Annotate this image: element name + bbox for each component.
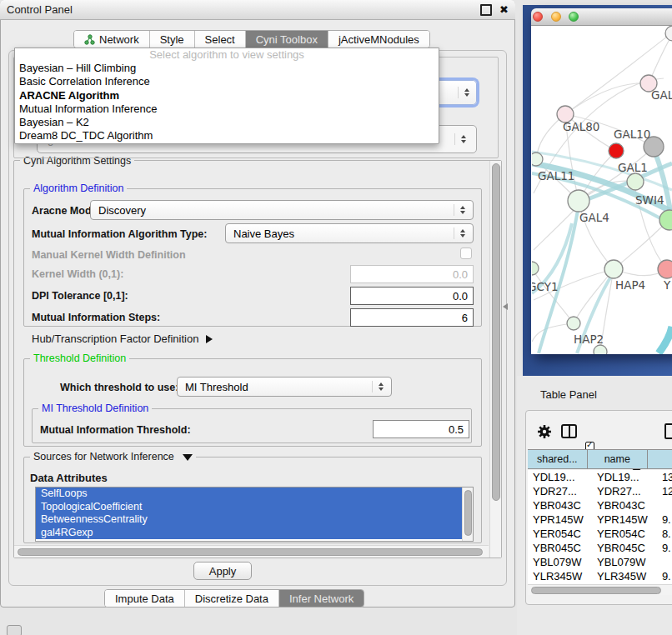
mi-threshold-field[interactable]: 0.5 [373, 420, 469, 438]
float-window-icon[interactable] [480, 4, 492, 16]
table-cell: YPR145W [528, 512, 592, 527]
data-attribute-item[interactable]: BetweennessCentrality [36, 513, 469, 527]
apply-button[interactable]: Apply [193, 562, 252, 580]
network-node[interactable] [594, 345, 607, 354]
table-horizontal-scrollbar-thumb[interactable] [531, 587, 661, 594]
network-tab-icon [84, 34, 95, 45]
network-node[interactable] [658, 260, 672, 278]
mi-threshold-value: 0.5 [449, 423, 464, 436]
column-header-shared-name[interactable]: shared... [528, 450, 588, 468]
combo-spinner-icon [458, 87, 469, 98]
network-node[interactable] [568, 190, 589, 212]
table-row[interactable]: YPR145WYPR145W9. [528, 512, 672, 527]
algorithm-option[interactable]: Bayesian – Hill Climbing [15, 62, 439, 75]
dpi-tolerance-field[interactable]: 0.0 [350, 287, 474, 305]
document-icon[interactable] [664, 423, 672, 439]
hub-definition-expander[interactable]: Hub/Transcription Factor Definition [32, 332, 213, 345]
mi-threshold-definition-title: MI Threshold Definition [38, 402, 152, 414]
column-header-name[interactable]: name [588, 450, 648, 468]
table-panel-window: shared... name YDL19...YDL19...13YDR27..… [525, 410, 672, 605]
table-horizontal-scrollbar[interactable] [528, 584, 672, 595]
combo-spinner-icon [454, 228, 465, 239]
tab-cyni-toolbox[interactable]: Cyni Toolbox [246, 31, 328, 48]
split-columns-icon[interactable] [561, 424, 577, 438]
close-window-icon[interactable]: ✖ [499, 6, 509, 14]
tab-infer-network-label: Infer Network [289, 592, 354, 605]
table-cell: YDL19... [528, 470, 592, 484]
list-vertical-scrollbar-thumb[interactable] [464, 490, 472, 536]
tab-jactivemnodules[interactable]: jActiveMNodules [328, 31, 429, 48]
network-node[interactable] [609, 143, 624, 158]
table-row[interactable]: YLR345WYLR345W9. [528, 569, 672, 583]
combo-spinner-icon [454, 204, 465, 216]
tab-impute-data[interactable]: Impute Data [105, 590, 185, 607]
network-node[interactable] [532, 152, 543, 166]
settings-vertical-scrollbar[interactable] [489, 161, 501, 558]
settings-vertical-scrollbar-thumb[interactable] [492, 163, 500, 501]
table-row[interactable]: YDR27...YDR27...12 [528, 484, 672, 498]
zoom-traffic-light-icon[interactable] [569, 12, 579, 22]
network-graph[interactable]: GALGAL80GAL10GAL11GAL1SWI4GAL4GCY1HAP4YH… [532, 26, 672, 354]
table-row[interactable]: YDL19...YDL19...13 [528, 470, 672, 484]
hub-definition-label: Hub/Transcription Factor Definition [32, 332, 198, 345]
algorithm-option[interactable]: Dream8 DC_TDC Algorithm [15, 129, 439, 142]
table-cell: YBR043C [592, 498, 657, 512]
table-row[interactable]: YBR043CYBR043C [528, 498, 672, 512]
table-body[interactable]: YDL19...YDL19...13YDR27...YDR27...12YBR0… [528, 470, 672, 584]
mi-type-label: Mutual Information Algorithm Type: [32, 228, 207, 240]
network-node[interactable] [665, 26, 672, 41]
control-panel-titlebar[interactable]: Control Panel ✖ [0, 0, 515, 20]
network-node-label: GAL80 [563, 120, 599, 133]
network-window-titlebar[interactable] [531, 8, 672, 26]
kernel-width-label: Kernel Width (0,1): [32, 268, 123, 280]
network-node[interactable] [627, 173, 644, 190]
algorithm-option[interactable]: Basic Correlation Inference [15, 75, 439, 88]
mi-threshold-label: Mutual Information Threshold: [40, 424, 191, 436]
table-settings-gear-icon[interactable] [537, 424, 552, 439]
expand-right-icon [206, 335, 213, 343]
settings-horizontal-scrollbar[interactable] [14, 545, 489, 558]
minimized-panel-icon[interactable] [7, 625, 22, 635]
tab-cyni-toolbox-label: Cyni Toolbox [256, 33, 318, 46]
tab-style-label: Style [160, 33, 184, 46]
panel-divider-arrow-icon[interactable] [503, 303, 508, 310]
table-row[interactable]: YER054CYER054C8. [528, 527, 672, 541]
column-header-extra[interactable] [648, 450, 672, 468]
data-attribute-item[interactable]: SelfLoops [36, 488, 469, 501]
tab-network[interactable]: Network [74, 31, 150, 48]
table-cell: YLR345W [528, 569, 592, 583]
network-node[interactable] [604, 260, 623, 278]
table-cell: YDL19... [592, 470, 657, 484]
data-attribute-item[interactable]: TopologicalCoefficient [36, 501, 469, 514]
kernel-width-field[interactable]: 0.0 [350, 265, 474, 283]
table-row[interactable]: YBL079WYBL079W [528, 555, 672, 569]
tab-select[interactable]: Select [195, 31, 246, 48]
sources-group-title[interactable]: Sources for Network Inference [30, 451, 196, 462]
algorithm-option[interactable]: Mutual Information Inference [15, 102, 439, 116]
manual-kernel-checkbox[interactable] [460, 248, 472, 259]
data-attribute-item[interactable]: gal4RGexp [36, 527, 469, 540]
which-threshold-combo[interactable]: MI Threshold [177, 377, 392, 397]
list-vertical-scrollbar[interactable] [462, 488, 473, 541]
data-attributes-items: SelfLoopsTopologicalCoefficientBetweenne… [36, 488, 473, 539]
tab-network-label: Network [99, 33, 139, 46]
table-cell: YER054C [528, 527, 592, 541]
network-node[interactable] [567, 317, 580, 330]
which-threshold-value: MI Threshold [185, 381, 248, 393]
table-row[interactable]: YBR045CYBR045C9. [528, 541, 672, 555]
settings-horizontal-scrollbar-thumb[interactable] [18, 548, 483, 556]
algorithm-option[interactable]: ARACNE Algorithm [15, 89, 439, 102]
network-node[interactable] [532, 262, 539, 275]
algorithm-option[interactable]: Bayesian – K2 [15, 116, 439, 129]
tab-style[interactable]: Style [150, 31, 195, 48]
data-attributes-list[interactable]: SelfLoopsTopologicalCoefficientBetweenne… [35, 487, 474, 542]
close-traffic-light-icon[interactable] [533, 12, 543, 22]
which-threshold-label: Which threshold to use: [60, 382, 178, 393]
tab-infer-network[interactable]: Infer Network [279, 590, 364, 607]
tab-select-label: Select [205, 33, 235, 46]
tab-discretize-data[interactable]: Discretize Data [185, 590, 279, 607]
minimize-traffic-light-icon[interactable] [551, 12, 561, 22]
aracne-mode-combo[interactable]: Discovery [90, 200, 474, 220]
mi-steps-field[interactable]: 6 [350, 308, 474, 327]
mi-type-combo[interactable]: Naive Bayes [225, 223, 474, 243]
